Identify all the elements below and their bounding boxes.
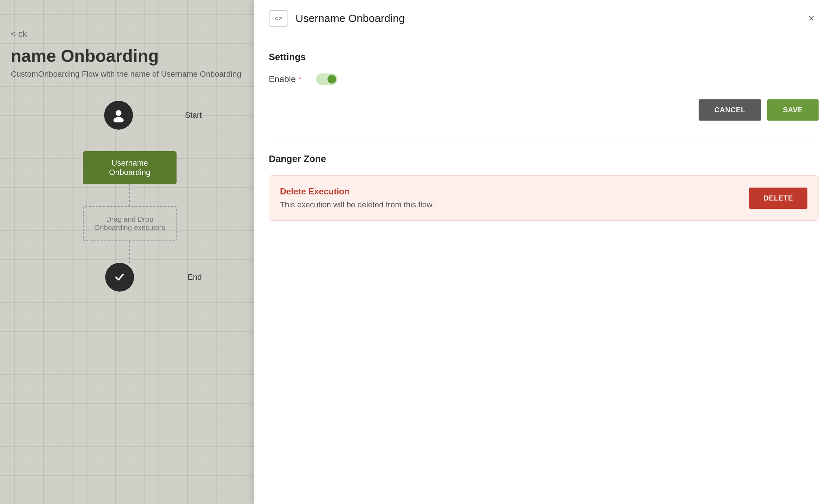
danger-zone-title: Delete Execution [280,186,434,197]
end-node-row: End [58,263,202,292]
enable-toggle[interactable] [316,73,338,85]
page-subtitle: CustomOnboarding Flow with the name of U… [11,69,244,79]
enable-label: Enable * [269,74,302,84]
code-icon-button[interactable]: <> [269,10,288,27]
cancel-button[interactable]: CANCEL [699,99,761,121]
panel-body: Settings Enable * CANCEL SAVE Danger Zon… [254,37,833,504]
close-button[interactable]: × [804,11,819,26]
page-title: name Onboarding [11,46,244,66]
end-node-circle[interactable] [105,263,134,292]
section-divider [269,139,819,139]
person-icon [111,108,126,122]
toggle-track [316,73,338,85]
start-node-label: Start [185,111,202,120]
connector-2 [129,184,130,206]
toggle-thumb [328,75,336,84]
panel-header: <> Username Onboarding × [254,0,833,37]
back-link[interactable]: < ck [11,29,244,39]
settings-heading: Settings [269,51,819,63]
required-star: * [299,75,302,84]
danger-zone-card: Delete Execution This execution will be … [269,175,819,221]
drag-drop-node[interactable]: Drag and Drop Onboarding executors [83,206,177,241]
save-button[interactable]: SAVE [767,99,819,121]
danger-zone-info: Delete Execution This execution will be … [280,186,434,210]
canvas-content-area: < ck name Onboarding CustomOnboarding Fl… [0,22,254,100]
danger-zone-desc: This execution will be deleted from this… [280,200,434,210]
start-node-circle[interactable] [104,101,133,130]
flow-diagram: Start Username Onboarding Drag and Drop … [58,101,202,292]
danger-zone-heading: Danger Zone [269,153,819,165]
svg-point-0 [116,110,121,116]
svg-point-1 [113,117,124,122]
side-panel: <> Username Onboarding × Settings Enable… [254,0,833,504]
connector-3 [129,241,130,263]
panel-header-left: <> Username Onboarding [269,10,405,27]
start-node-row: Start [58,101,202,130]
connector-1 [72,130,72,151]
delete-button[interactable]: DELETE [749,188,807,209]
end-node-label: End [188,273,202,282]
panel-title: Username Onboarding [295,12,405,24]
action-buttons: CANCEL SAVE [269,99,819,121]
settings-enable-row: Enable * [269,73,819,85]
code-icon: <> [275,15,282,22]
username-onboarding-node[interactable]: Username Onboarding [83,151,177,184]
check-icon [113,271,126,284]
